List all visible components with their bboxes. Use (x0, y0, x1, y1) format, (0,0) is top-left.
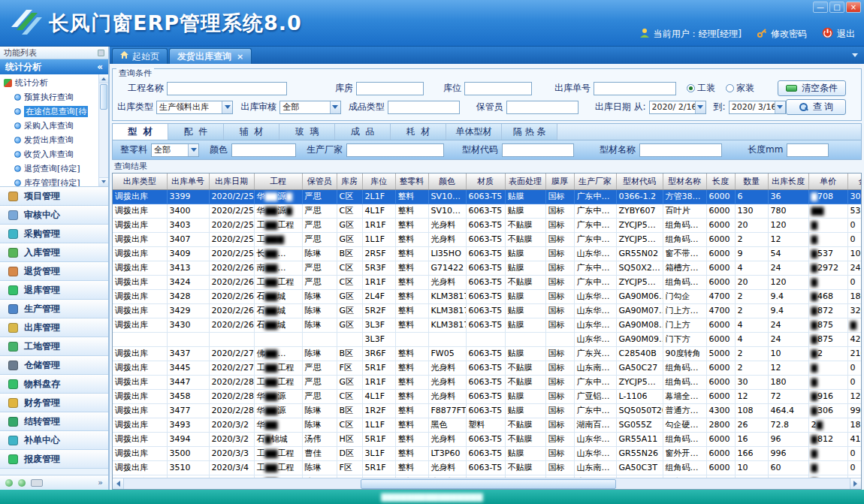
sidebar-menu-item[interactable]: 补单中心 (0, 431, 108, 450)
scroll-down-icon[interactable] (99, 177, 108, 186)
sidebar-menu-item[interactable]: 项目管理 (0, 187, 108, 206)
column-header[interactable]: 库位 (362, 174, 395, 189)
table-row[interactable]: 调拨出库34242020/2/26工▇▇工程严思C区1R1F整料光身料6063-… (113, 275, 862, 289)
column-header[interactable]: 整零料 (395, 174, 428, 189)
column-header[interactable]: 出库类型 (113, 174, 167, 189)
table-row[interactable]: 调拨出库35002020/3/3工▇▇工程曹佳D区3L1F整料LT3P60606… (113, 446, 862, 460)
logout-link[interactable]: 退出 (837, 28, 855, 41)
sidebar-menu-item[interactable]: 采购管理 (0, 225, 108, 243)
column-header[interactable]: 生产厂家 (574, 174, 616, 189)
scroll-up-icon[interactable] (99, 74, 108, 83)
sidebar-menu-item[interactable]: 物料盘存 (0, 375, 108, 394)
column-header[interactable]: 长度 (706, 174, 735, 189)
whole-scrap-select[interactable]: 全部 (151, 143, 199, 157)
material-tab[interactable]: 型 材 (113, 124, 168, 140)
length-input[interactable] (787, 143, 829, 157)
material-tab[interactable]: 辅 材 (224, 124, 279, 140)
product-type-input[interactable] (388, 101, 460, 114)
order-no-input[interactable] (594, 82, 676, 95)
sidebar-tree-item[interactable]: 采购入库查询 (4, 119, 98, 133)
table-row[interactable]: 调拨出库34032020/2/25工▇▇工程严思G区1R1F整料光身料6063-… (113, 218, 862, 232)
column-header[interactable]: 型材代码 (616, 174, 663, 189)
column-header[interactable]: 保管员 (302, 174, 337, 189)
date-to-picker[interactable]: 2020/ 3/16 (729, 101, 786, 114)
material-tab[interactable]: 单体型材 (446, 124, 502, 140)
tree-scrollbar[interactable] (98, 74, 108, 186)
scroll-thumb[interactable] (361, 479, 616, 489)
table-row[interactable]: 调拨出库34582020/2/28华▇▇源严思C区4L1F整料光身料6063-T… (113, 389, 862, 403)
table-row[interactable]: 调拨出库33992020/2/25华▇▇源▇严思C区2L1F整料SV10…606… (113, 189, 862, 204)
clear-conditions-button[interactable]: 清空条件 (778, 80, 846, 96)
project-name-input[interactable] (167, 82, 287, 95)
maximize-button[interactable]: □ (829, 2, 844, 13)
table-row[interactable]: 调拨出库34292020/2/26石▇▇城陈琳G区5R2F整料KLM381760… (113, 303, 862, 318)
sidebar-menu-item[interactable]: 报废管理 (0, 450, 108, 469)
chevron-down-icon[interactable] (695, 101, 705, 113)
column-header[interactable]: 材质 (466, 174, 505, 189)
sidebar-menu-item[interactable]: 生产管理 (0, 300, 108, 318)
material-tab[interactable]: 玻 璃 (279, 124, 335, 140)
manufacturer-input[interactable] (346, 143, 444, 157)
sidebar-menu-item[interactable]: 退库管理 (0, 281, 108, 300)
table-row[interactable]: 3L3F山东华…GA90M09…门下方6000424▇875423 (113, 332, 862, 346)
table-row[interactable]: 调拨出库34932020/3/2华▇▇陈琳C区1L1F整料黑色塑料不贴膜国标湖南… (113, 418, 862, 432)
material-tab[interactable]: 耗 材 (391, 124, 446, 140)
sidebar-tree-item[interactable]: 退货查询[待定] (4, 161, 98, 176)
material-tab[interactable]: 隔 热 条 (502, 124, 557, 140)
column-header[interactable]: 出库单号 (167, 174, 209, 189)
column-header[interactable]: 工程 (254, 174, 302, 189)
minimize-button[interactable]: — (813, 2, 828, 13)
location-input[interactable] (464, 82, 532, 95)
sidebar-menu-item[interactable]: 工地管理 (0, 337, 108, 356)
sidebar-menu-item[interactable]: 出库管理 (0, 318, 108, 337)
scroll-right-icon[interactable] (850, 478, 861, 490)
search-button[interactable]: 查 询 (786, 99, 846, 115)
table-row[interactable]: 调拨出库34282020/2/26石▇▇城陈琳G区2L4F整料KLM381760… (113, 289, 862, 303)
sidebar-section-header[interactable]: 统计分析 « (0, 59, 108, 74)
table-row[interactable]: 调拨出库34092020/2/25长▇▇…陈琳B区2R5F整料LI35HO606… (113, 246, 862, 261)
change-password-link[interactable]: 修改密码 (771, 28, 807, 41)
radio-jiazhuang[interactable]: 家装 (726, 82, 754, 95)
sidebar-menu-item[interactable]: 仓储管理 (0, 356, 108, 375)
profile-code-input[interactable] (502, 143, 574, 157)
outbound-type-select[interactable]: 生产领料出库 (156, 101, 233, 114)
chevrons-icon[interactable]: » (98, 478, 103, 487)
radio-gongzhuang[interactable]: 工装 (687, 82, 715, 95)
material-tab[interactable]: 成 品 (335, 124, 391, 140)
sidebar-tree-item[interactable]: 库存管理[待定] (4, 176, 98, 187)
table-row[interactable]: 调拨出库34472020/2/28工▇▇工程严思G区1R1F整料光身料6063-… (113, 375, 862, 389)
column-header[interactable]: 颜色 (428, 174, 466, 189)
table-row[interactable]: 调拨出库34132020/2/26南▇▇…严思C区5R3F整料G71422606… (113, 261, 862, 275)
table-row[interactable]: 调拨出库34772020/2/28华▇▇源陈琳B区1R2F整料F8877FT60… (113, 403, 862, 418)
pin-icon[interactable] (98, 50, 104, 56)
table-row[interactable]: 调拨出库34942020/3/2石▇锦城汤伟H区5R1F整料光身料6063-T5… (113, 432, 862, 446)
tab-list-dropdown-icon[interactable] (852, 53, 858, 60)
sidebar-tree-item[interactable]: 收货入库查询 (4, 147, 98, 161)
audit-select[interactable]: 全部 (279, 101, 340, 114)
column-header[interactable]: 表面处理 (505, 174, 545, 189)
sidebar-menu-item[interactable]: 结转管理 (0, 412, 108, 431)
table-row[interactable]: 调拨出库34452020/2/27工▇▇工程严思F区5R1F整料光身料6063-… (113, 361, 862, 375)
table-row[interactable]: 调拨出库34372020/2/27佛▇▇…陈琳B区3R6F整料FW056063-… (113, 346, 862, 361)
table-row[interactable]: 调拨出库34302020/2/26石▇▇城陈琳G区3L3F整料KLM381760… (113, 318, 862, 332)
sidebar-tree-item[interactable]: 预算执行查询 (4, 90, 98, 104)
sidebar-menu-item[interactable]: 审核中心 (0, 206, 108, 225)
column-header[interactable]: 库房 (337, 174, 362, 189)
chevron-down-icon[interactable] (330, 101, 340, 113)
column-header[interactable]: 金 (847, 174, 862, 189)
material-tab[interactable]: 配 件 (168, 124, 224, 140)
sidebar-tree-item[interactable]: 发货出库查询 (4, 133, 98, 147)
collapse-icon[interactable]: « (97, 62, 103, 72)
keyboard-icon[interactable] (31, 479, 43, 487)
horizontal-scrollbar[interactable] (113, 478, 861, 489)
column-header[interactable]: 出库日期 (209, 174, 254, 189)
table-row[interactable]: 调拨出库34072020/2/25工▇▇▇严思G区1L1F整料光身料6063-T… (113, 232, 862, 246)
scroll-thumb[interactable] (100, 84, 107, 110)
column-header[interactable]: 型材名称 (663, 174, 706, 189)
tab-home[interactable]: 起始页 (112, 48, 168, 64)
keeper-input[interactable] (506, 101, 579, 114)
table-row[interactable]: 调拨出库34002020/2/25华▇▇源▇严思C区4L1F整料SV10…606… (113, 204, 862, 218)
tree-root-node[interactable]: 统计分析 (4, 76, 98, 90)
sidebar-menu-item[interactable]: 财务管理 (0, 394, 108, 412)
sidebar-tree-item[interactable]: 在途信息查询[待 (4, 104, 98, 119)
